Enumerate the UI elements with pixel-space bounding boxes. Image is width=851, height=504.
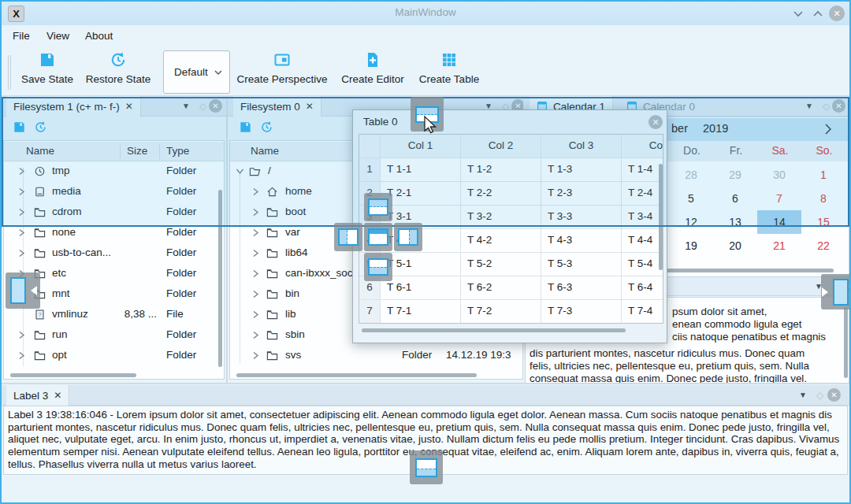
table0-cell[interactable]: T 2-1 (381, 182, 461, 206)
table0-cell[interactable]: T 7-3 (541, 300, 622, 324)
fs1-restore-icon[interactable] (34, 120, 47, 136)
table0-close-icon[interactable]: ✕ (648, 115, 663, 129)
fs0-row-svs[interactable]: svsFolder14.12.19 19:3 (230, 346, 522, 366)
day-cell-28[interactable]: 28 (669, 163, 713, 187)
label3-float-icon[interactable]: ◇ (816, 391, 823, 400)
drop-indicator-area-top[interactable] (364, 193, 392, 221)
table0-cell[interactable]: T 5-3 (541, 253, 622, 276)
expand-icon[interactable] (251, 309, 261, 320)
expand-icon[interactable] (251, 248, 261, 258)
tab-filesystem-1-close-icon[interactable]: ✕ (125, 102, 133, 111)
menu-file[interactable]: File (13, 30, 30, 46)
table0-cell[interactable]: T 6-3 (541, 276, 622, 300)
expand-icon[interactable] (17, 166, 27, 176)
label3-close-icon[interactable]: ✕ (827, 388, 841, 402)
table0-cell[interactable]: T 1-1 (381, 158, 461, 182)
expand-icon[interactable] (17, 187, 27, 197)
drop-indicator-area-bottom[interactable] (364, 253, 392, 281)
day-cell-1[interactable]: 1 (801, 163, 845, 187)
minimize-icon[interactable] (792, 8, 805, 19)
table0-cell[interactable]: T 3-2 (461, 206, 541, 229)
table0-cell[interactable]: T 2-4 (622, 182, 663, 206)
expand-icon[interactable] (251, 187, 261, 197)
table0-cell[interactable]: T 6-4 (622, 276, 663, 300)
calendar-close-icon[interactable]: ✕ (832, 99, 845, 113)
expand-icon[interactable] (251, 207, 261, 217)
day-cell-13[interactable]: 13 (713, 210, 757, 234)
drop-indicator-bottom-edge[interactable] (410, 450, 443, 484)
drop-indicator-right-edge[interactable] (821, 274, 851, 309)
drop-indicator-area-right[interactable] (394, 223, 422, 251)
day-cell-21[interactable]: 21 (757, 234, 801, 258)
day-cell-22[interactable]: 22 (801, 234, 845, 258)
day-cell-12[interactable]: 12 (669, 210, 713, 234)
table0-cell[interactable]: T 3-4 (622, 206, 663, 229)
restore-state-button[interactable]: Restore State (80, 51, 156, 85)
expand-icon[interactable] (251, 269, 261, 279)
table0-vscrollbar[interactable] (659, 164, 663, 270)
table0-hscrollbar[interactable] (362, 328, 626, 332)
fs1-col-size[interactable]: Size (127, 145, 147, 157)
menu-about[interactable]: About (85, 30, 113, 46)
fs1-hscrollbar[interactable] (10, 373, 136, 377)
fs1-row-cdrom[interactable]: cdromFolder (4, 202, 224, 223)
perspective-dropdown[interactable]: Default (163, 50, 230, 94)
table0-cell[interactable]: T 1-2 (461, 158, 541, 182)
create-table-button[interactable]: Create Table (418, 51, 481, 85)
expand-icon[interactable] (17, 248, 27, 258)
table0-row-header[interactable]: 7 (359, 300, 381, 324)
window-close-icon[interactable]: ✕ (829, 6, 845, 21)
table0-cell[interactable]: T 1-4 (622, 158, 663, 182)
fs1-col-name[interactable]: Name (26, 145, 54, 157)
fs1-float-icon[interactable]: ◇ (199, 102, 206, 111)
tab-filesystem-0[interactable]: Filesystem 0 ✕ (233, 96, 321, 117)
fs1-menu-icon[interactable]: ▼ (182, 102, 190, 110)
expand-icon[interactable] (17, 330, 27, 340)
expand-icon[interactable] (251, 330, 261, 340)
tab-filesystem-1[interactable]: Filesystem 1 (c+ m- f-) ✕ (6, 96, 141, 117)
maximize-icon[interactable] (812, 8, 824, 19)
day-cell-30[interactable]: 30 (757, 163, 801, 187)
table0-cell[interactable]: T 7-2 (461, 300, 541, 324)
expand-icon[interactable] (251, 289, 261, 299)
table0-cell[interactable]: T 5-4 (622, 253, 663, 276)
calendar-float-icon[interactable]: ◇ (823, 102, 830, 111)
table0-col-header[interactable]: Col 4 (622, 135, 663, 158)
day-cell-29[interactable]: 29 (713, 163, 757, 187)
table0-cell[interactable]: T 4-3 (541, 229, 622, 253)
fs1-save-icon[interactable] (13, 120, 26, 136)
fs1-row-usb-to-can...[interactable]: usb-to-can...Folder (4, 243, 224, 264)
table0-cell[interactable]: T 7-1 (381, 300, 461, 324)
fs1-close-icon[interactable]: ✕ (209, 99, 222, 113)
menu-view[interactable]: View (46, 30, 69, 46)
expand-icon[interactable] (17, 207, 27, 217)
tab-label-3[interactable]: Label 3 ✕ (6, 385, 69, 406)
day-cell-15[interactable]: 15 (801, 210, 845, 234)
fs0-save-icon[interactable] (239, 120, 252, 136)
table0-cell[interactable]: T 4-2 (461, 229, 541, 253)
fs1-row-media[interactable]: mediaFolder (4, 182, 224, 202)
window-titlebar[interactable]: X MainWindow ✕ (2, 2, 849, 25)
table0-cell[interactable]: T 2-3 (541, 182, 622, 206)
fs1-row-none[interactable]: noneFolder (4, 223, 224, 243)
fs1-vscrollbar[interactable] (218, 190, 222, 367)
day-cell-20[interactable]: 20 (713, 234, 757, 258)
expand-icon[interactable] (235, 166, 245, 176)
day-cell-19[interactable]: 19 (669, 234, 713, 258)
save-state-button[interactable]: Save State (17, 51, 77, 85)
tab-filesystem-0-close-icon[interactable]: ✕ (306, 102, 314, 111)
day-cell-14[interactable]: 14 (757, 210, 801, 234)
calendar-next-month-icon[interactable] (822, 123, 834, 135)
table0-col-header[interactable]: Col 1 (381, 135, 461, 158)
create-perspective-button[interactable]: Create Perspective (236, 51, 328, 85)
table0-cell[interactable]: T 4-4 (622, 229, 663, 253)
expand-icon[interactable] (251, 228, 261, 238)
expand-icon[interactable] (17, 350, 27, 361)
label-panel-vscrollbar[interactable] (844, 307, 848, 378)
table0-cell[interactable]: T 5-2 (461, 253, 541, 276)
fs1-row-run[interactable]: runFolder (4, 325, 224, 346)
fs0-col-name[interactable]: Name (251, 145, 279, 157)
table0-cell[interactable]: T 3-3 (541, 206, 622, 229)
table0-row-header[interactable]: 1 (359, 158, 381, 182)
expand-icon[interactable] (251, 350, 261, 361)
